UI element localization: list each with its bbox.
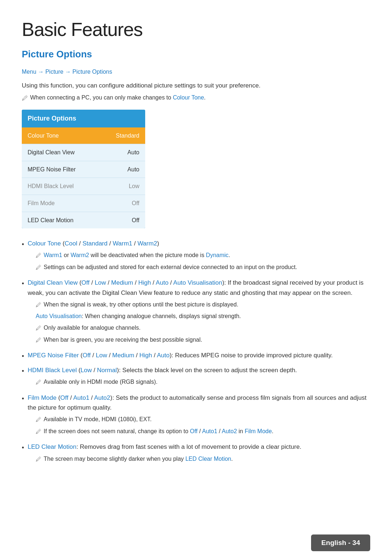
table-row: HDMI Black Level Low xyxy=(22,178,145,195)
link-text: High xyxy=(139,352,152,359)
inline-text: When bar is green, you are receiving the… xyxy=(44,337,202,343)
link-text: Standard xyxy=(82,240,107,247)
link-text: LED Clear Motion xyxy=(28,443,76,450)
inline-text: / xyxy=(77,240,82,247)
list-item: •HDMI Black Level (Low / Normal): Select… xyxy=(22,365,370,389)
pc-note: 🖉 When connecting a PC, you can only mak… xyxy=(22,93,370,103)
link-text: Colour Tone xyxy=(28,240,61,247)
row-label: HDMI Black Level xyxy=(22,178,99,195)
inline-text: / xyxy=(89,394,94,401)
note-icon: 🖉 xyxy=(22,93,28,103)
note-icon: 🖉 xyxy=(36,415,41,424)
inline-text: / xyxy=(132,240,138,247)
list-item: •Colour Tone (Cool / Standard / Warm1 / … xyxy=(22,239,370,274)
sub-note: 🖉 If the screen does not seem natural, c… xyxy=(36,427,370,436)
bullet-content: HDMI Black Level (Low / Normal): Selects… xyxy=(28,365,370,389)
list-item: •MPEG Noise Filter (Off / Low / Medium /… xyxy=(22,350,370,362)
row-label: LED Clear Motion xyxy=(22,212,99,228)
intro-text: Using this function, you can configure a… xyxy=(22,81,370,90)
row-value: Auto xyxy=(99,144,145,161)
link-text: Digital Clean View xyxy=(28,279,78,286)
bullet-dot: • xyxy=(22,239,24,250)
row-label: Digital Clean View xyxy=(22,144,99,161)
note-text: When bar is green, you are receiving the… xyxy=(44,335,202,345)
inline-text: / xyxy=(168,279,173,286)
feature-list: •Colour Tone (Cool / Standard / Warm1 / … xyxy=(22,239,370,466)
sub-note: 🖉 Settings can be adjusted and stored fo… xyxy=(36,263,370,272)
note-icon: 🖉 xyxy=(36,263,41,272)
section-title: Picture Options xyxy=(22,47,370,62)
inline-text: / xyxy=(92,367,97,374)
note-text: The screen may become slightly darker wh… xyxy=(44,454,233,464)
bullet-dot: • xyxy=(22,443,24,453)
bullet-main-text: Film Mode (Off / Auto1 / Auto2): Sets th… xyxy=(28,394,366,411)
bullet-content: LED Clear Motion: Removes drag from fast… xyxy=(28,442,370,466)
inline-text: . xyxy=(229,252,230,258)
row-value: Off xyxy=(99,195,145,212)
list-item: •LED Clear Motion: Removes drag from fas… xyxy=(22,442,370,466)
note-text: Warm1 or Warm2 will be deactivated when … xyxy=(44,251,230,260)
link-text: Auto xyxy=(156,279,168,286)
link-text: Normal xyxy=(97,367,117,374)
bullet-content: Colour Tone (Cool / Standard / Warm1 / W… xyxy=(28,239,370,274)
row-label: Colour Tone xyxy=(22,127,99,144)
note-text: If the screen does not seem natural, cha… xyxy=(44,427,273,436)
inline-text: will be deactivated when the picture mod… xyxy=(89,252,206,258)
link-text: Film Mode xyxy=(245,428,272,434)
auto-vis-text: : When changing analogue channels, displ… xyxy=(82,313,241,319)
picture-options-box: Picture Options Colour Tone Standard Dig… xyxy=(22,110,145,228)
note-icon: 🖉 xyxy=(36,336,41,345)
inline-text: Settings can be adjusted and stored for … xyxy=(44,264,297,270)
link-text: Medium xyxy=(111,279,133,286)
bullet-main-text: HDMI Black Level (Low / Normal): Selects… xyxy=(28,367,297,374)
note-text: When the signal is weak, try other optio… xyxy=(44,300,238,309)
link-text: Dynamic xyxy=(206,252,228,258)
link-text: LED Clear Motion xyxy=(185,456,231,462)
inline-text: Only available for analogue channels. xyxy=(44,325,140,331)
inline-text: ): Reduces MPEG noise to provide improve… xyxy=(170,352,332,359)
inline-text: ( xyxy=(77,367,80,374)
inline-text: ( xyxy=(78,279,81,286)
link-text: High xyxy=(138,279,151,286)
breadcrumb: Menu → Picture → Picture Options xyxy=(22,67,370,77)
sub-note: 🖉 Warm1 or Warm2 will be deactivated whe… xyxy=(36,251,370,260)
link-text: Auto Visualisation xyxy=(173,279,222,286)
note-icon: 🖉 xyxy=(36,455,41,464)
bullet-dot: • xyxy=(22,366,24,377)
pc-note-text: When connecting a PC, you can only make … xyxy=(30,94,171,101)
link-text: Low xyxy=(95,279,106,286)
inline-text: ): Selects the black level on the screen… xyxy=(117,367,297,374)
link-text: Auto xyxy=(157,352,170,359)
note-text: Available in TV mode, HDMI (1080i), EXT. xyxy=(44,415,151,424)
inline-text: / xyxy=(107,240,113,247)
link-text: Off xyxy=(190,428,197,434)
note-text: Available only in HDMI mode (RGB signals… xyxy=(44,377,158,387)
bullet-dot: • xyxy=(22,278,24,289)
inline-text: . xyxy=(231,456,233,462)
footer: English - 34 xyxy=(0,529,392,557)
link-text: Auto1 xyxy=(73,394,89,401)
table-row: Digital Clean View Auto xyxy=(22,144,145,161)
inline-text: in xyxy=(237,428,245,434)
sub-note: 🖉 Available in TV mode, HDMI (1080i), EX… xyxy=(36,415,370,424)
inline-text: / xyxy=(151,279,156,286)
link-text: HDMI Black Level xyxy=(28,367,77,374)
link-text: Auto2 xyxy=(222,428,237,434)
inline-text: / xyxy=(91,352,96,359)
colour-tone-link: Colour Tone xyxy=(173,94,204,101)
bullet-dot: • xyxy=(22,351,24,362)
table-row: LED Clear Motion Off xyxy=(22,212,145,228)
link-text: Warm2 xyxy=(138,240,157,247)
inline-text: / xyxy=(134,352,139,359)
inline-text: / xyxy=(68,394,73,401)
sub-note: 🖉 When the signal is weak, try other opt… xyxy=(36,300,370,310)
inline-text: ( xyxy=(79,352,82,359)
auto-vis-label: Auto Visualisation xyxy=(36,313,82,319)
inline-text: : Removes drag from fast scenes with a l… xyxy=(76,443,301,450)
row-value: Off xyxy=(99,212,145,228)
page-number-badge: English - 34 xyxy=(311,534,370,551)
bullet-main-text: Digital Clean View (Off / Low / Medium /… xyxy=(28,279,363,296)
options-table: Colour Tone Standard Digital Clean View … xyxy=(22,127,145,229)
link-text: Auto1 xyxy=(202,428,217,434)
bullet-content: Digital Clean View (Off / Low / Medium /… xyxy=(28,278,370,347)
